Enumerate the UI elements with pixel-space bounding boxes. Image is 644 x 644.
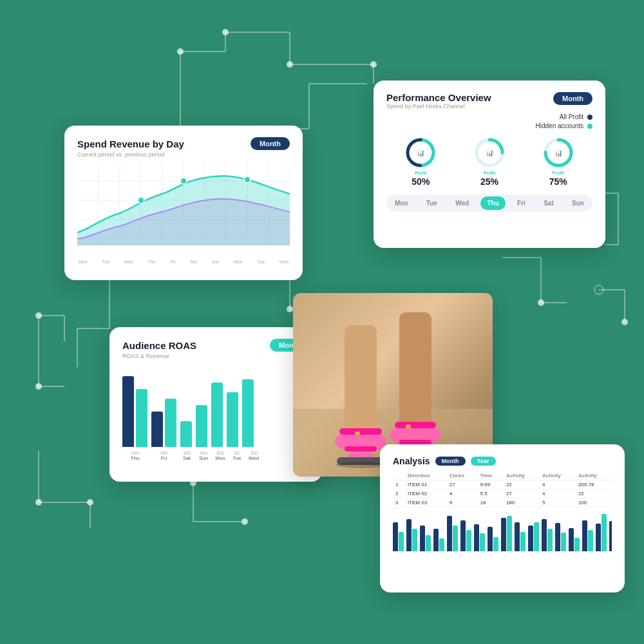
profit-item-25: 📊 Profit 25% — [473, 136, 506, 187]
bar-group-sat — [180, 421, 192, 447]
spend-revenue-title: Spend Revenue by Day — [77, 138, 184, 149]
svg-point-36 — [370, 61, 377, 68]
profit-item-75: 📊 Profit 75% — [542, 136, 575, 187]
svg-point-37 — [177, 48, 184, 55]
svg-point-46 — [287, 306, 293, 312]
bar-fri-teal — [165, 399, 176, 447]
roas-xval-sun: 400 — [197, 451, 210, 455]
profit-pct-1: 50% — [412, 176, 430, 187]
bar-group-mon — [211, 383, 223, 447]
profit-label-2: Profit — [484, 171, 495, 175]
col-clicks: Clicks — [447, 471, 478, 480]
svg-text:📊: 📊 — [417, 149, 425, 157]
roas-xday-sun: Sun — [197, 455, 210, 461]
x-label-thu: Thu — [148, 260, 156, 264]
performance-overview-card: Performance Overview Spend by Paid Media… — [374, 80, 605, 248]
legend-all-profit-label: All Profit — [560, 113, 583, 120]
spend-revenue-chart: Mon Tue Wed Thu Fri Sat Sun Mon Tue Wed — [77, 162, 290, 258]
roas-xday-fri: Fri — [151, 455, 176, 461]
day-tab-wed[interactable]: Wed — [449, 196, 475, 210]
col-direction: Direction — [405, 471, 447, 480]
x-label-sat: Sat — [190, 260, 197, 264]
day-tab-sat[interactable]: Sat — [537, 196, 560, 210]
roas-title: Audience ROAS — [122, 340, 196, 351]
analysis-table: Direction Clicks Time Activity Activity … — [393, 471, 612, 507]
legend-hidden-accounts: Hidden accounts — [536, 122, 593, 129]
legend-all-profit: All Profit — [560, 113, 592, 120]
x-label-mon: Mon — [79, 260, 88, 264]
svg-point-95 — [336, 462, 385, 468]
analysis-card: Analysis Month Year Direction Clicks Tim… — [380, 444, 625, 592]
day-tab-thu[interactable]: Thu — [480, 196, 505, 210]
x-label-tue: Tue — [102, 260, 109, 264]
roas-xval-wed: 200 — [247, 451, 260, 455]
svg-text:📊: 📊 — [554, 149, 563, 157]
svg-point-34 — [222, 29, 229, 35]
profit-label-1: Profit — [415, 171, 426, 175]
profit-pct-2: 25% — [480, 176, 498, 187]
svg-rect-91 — [355, 431, 360, 435]
table-row: 1 ITEM 01 27 9:69 22 4 209.78 — [393, 480, 612, 489]
bar-thu-teal — [136, 389, 147, 447]
x-label-tue2: Tue — [257, 260, 265, 264]
col-activity2: Activity — [540, 471, 576, 480]
bar-group-fri — [151, 399, 176, 447]
table-row: 3 ITEM 03 9 18 180 5 100 — [393, 498, 612, 507]
profit-item-50: 📊 Profit 50% — [404, 136, 437, 187]
profit-circles: 📊 Profit 50% 📊 Profit 25% 📊 Profit 75% — [386, 136, 592, 187]
roas-bar-chart: 250 Thu 300 Fri 350 Sat 400 Sun 500 Mon … — [122, 363, 309, 466]
bar-mon-teal — [211, 383, 223, 447]
col-activity3: Activity — [576, 471, 612, 480]
day-tab-sun[interactable]: Sun — [565, 196, 591, 210]
x-label-mon2: Mon — [234, 260, 243, 264]
svg-rect-86 — [395, 422, 436, 428]
roas-subtitle: ROAS & Revenue — [122, 353, 309, 359]
spend-revenue-month-btn[interactable]: Month — [251, 137, 290, 150]
roas-xval-thu: 250 — [122, 451, 147, 455]
bars-container — [122, 363, 309, 447]
profit-label-3: Profit — [553, 171, 564, 175]
bar-group-sun — [196, 405, 207, 447]
analysis-year-btn[interactable]: Year — [471, 457, 496, 466]
svg-point-49 — [242, 518, 248, 525]
svg-point-66 — [244, 176, 251, 183]
audience-roas-card: Audience ROAS Month ROAS & Revenue — [109, 327, 322, 482]
analysis-month-btn[interactable]: Month — [435, 457, 466, 466]
col-num — [393, 471, 405, 480]
x-label-fri: Fri — [170, 260, 175, 264]
table-row: 2 ITEM 02 4 5.5 27 4 22 — [393, 489, 612, 498]
day-tab-tue[interactable]: Tue — [420, 196, 444, 210]
svg-point-44 — [594, 285, 603, 294]
roas-xval-fri: 300 — [151, 451, 176, 455]
svg-rect-82 — [339, 438, 382, 443]
svg-point-64 — [138, 197, 144, 204]
bar-thu-navy — [122, 376, 134, 447]
svg-text:📊: 📊 — [486, 149, 494, 157]
svg-rect-81 — [339, 428, 382, 435]
roas-xday-tue: Tue — [231, 455, 243, 461]
col-activity1: Activity — [504, 471, 540, 480]
bar-fri-navy — [151, 412, 163, 447]
svg-rect-92 — [406, 424, 411, 428]
svg-point-41 — [87, 499, 93, 506]
x-label-wed2: Wed — [279, 260, 289, 264]
roas-xday-thu: Thu — [122, 455, 147, 461]
svg-point-35 — [287, 61, 293, 68]
day-tab-fri[interactable]: Fri — [511, 196, 532, 210]
bar-wed-teal — [242, 379, 254, 447]
spend-revenue-subtitle: Current period vs. previous period — [77, 151, 290, 158]
roas-xday-sat: Sat — [180, 455, 193, 461]
roas-xday-wed: Wed — [247, 455, 260, 461]
bar-sat-teal — [180, 421, 192, 447]
bar-group-tue — [227, 392, 238, 447]
svg-point-40 — [35, 499, 42, 506]
performance-month-btn[interactable]: Month — [553, 92, 592, 105]
roas-xval-tue: 50 — [231, 451, 243, 455]
day-tabs: Mon Tue Wed Thu Fri Sat Sun — [386, 194, 592, 212]
svg-point-65 — [180, 178, 187, 184]
performance-subtitle: Spend by Paid Media Channel — [386, 103, 491, 109]
spend-revenue-card: Spend Revenue by Day Month Current perio… — [64, 126, 303, 280]
svg-point-45 — [621, 319, 628, 325]
day-tab-mon[interactable]: Mon — [388, 196, 415, 210]
svg-rect-83 — [345, 446, 377, 451]
